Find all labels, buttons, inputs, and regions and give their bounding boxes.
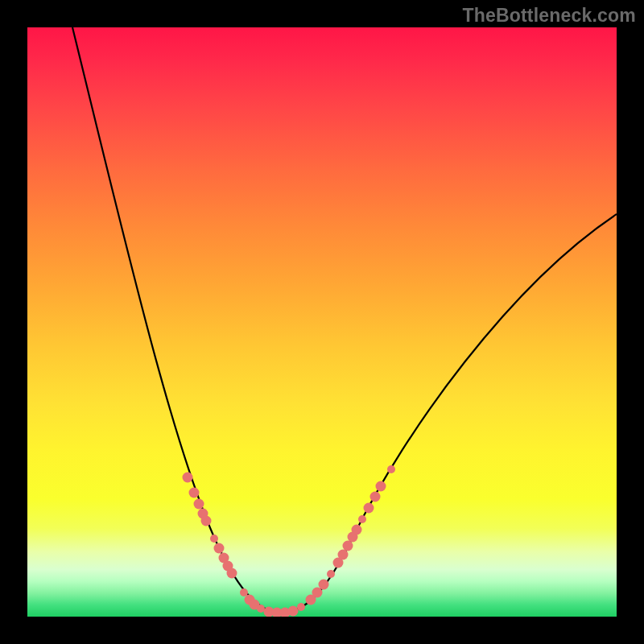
- data-marker: [343, 541, 353, 551]
- data-marker: [189, 488, 200, 498]
- data-marker: [370, 492, 381, 502]
- data-marker: [297, 603, 305, 611]
- chart-svg: [27, 27, 617, 617]
- data-marker: [183, 473, 193, 483]
- data-marker: [364, 503, 374, 514]
- data-marker: [352, 525, 362, 535]
- data-marker: [288, 606, 299, 617]
- data-marker: [338, 550, 349, 560]
- data-marker: [257, 605, 265, 613]
- data-marker: [210, 535, 218, 543]
- data-marker: [319, 580, 329, 590]
- bottleneck-curve: [72, 27, 617, 613]
- data-markers: [183, 465, 396, 617]
- chart-area: [27, 27, 617, 617]
- data-marker: [327, 570, 335, 578]
- data-marker: [194, 499, 204, 510]
- data-marker: [387, 465, 395, 473]
- data-marker: [201, 516, 212, 526]
- watermark-text: TheBottleneck.com: [462, 5, 636, 27]
- data-marker: [214, 543, 225, 554]
- data-marker: [376, 481, 386, 492]
- data-marker: [240, 588, 248, 597]
- data-marker: [227, 568, 237, 579]
- data-marker: [358, 515, 366, 523]
